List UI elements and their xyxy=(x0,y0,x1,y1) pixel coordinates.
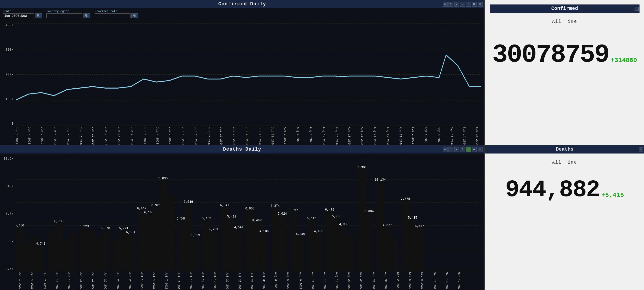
svg-rect-71 xyxy=(146,215,152,271)
svg-text:Aug 3 2020: Aug 3 2020 xyxy=(274,272,278,290)
province-label: ProvinceState xyxy=(95,10,138,13)
svg-text:Jul 19 2020: Jul 19 2020 xyxy=(220,127,223,145)
svg-text:Aug 18 2020: Aug 18 2020 xyxy=(348,127,351,145)
header-icons: ⚙ i ★ 0 ✓ ▦ ≡ xyxy=(443,2,482,7)
deaths-star-icon[interactable]: ★ xyxy=(454,147,459,152)
svg-text:Aug 6 2020: Aug 6 2020 xyxy=(286,272,290,290)
info-icon[interactable]: i xyxy=(448,2,454,7)
svg-rect-57 xyxy=(70,234,76,271)
svg-text:Aug 21 2020: Aug 21 2020 xyxy=(347,272,351,290)
confirmed-chart-area: 400k 300k 200k 100k 0 Jun 1 2020 xyxy=(0,20,484,145)
svg-text:Jul 4 2020: Jul 4 2020 xyxy=(152,272,156,290)
svg-text:Aug 9 2020: Aug 9 2020 xyxy=(309,127,312,144)
svg-rect-132 xyxy=(416,228,423,271)
grid-icon[interactable]: ▦ xyxy=(472,2,477,7)
svg-rect-112 xyxy=(326,212,333,271)
svg-text:6,923: 6,923 xyxy=(151,204,160,207)
svg-text:Jul 16 2020: Jul 16 2020 xyxy=(201,272,204,290)
svg-text:4,742: 4,742 xyxy=(36,242,45,245)
svg-rect-75 xyxy=(160,181,166,271)
svg-rect-60 xyxy=(88,230,95,271)
deaths-settings-icon[interactable]: ⚙ xyxy=(443,147,448,152)
svg-text:Sep 2 2020: Sep 2 2020 xyxy=(396,272,400,290)
svg-text:Jun 19 2020: Jun 19 2020 xyxy=(92,127,95,145)
svg-text:Jun 7 2020: Jun 7 2020 xyxy=(40,127,44,144)
svg-text:Jul 10 2020: Jul 10 2020 xyxy=(181,127,184,145)
deaths-subtitle: All Time xyxy=(552,160,577,165)
svg-text:Jun 4 2020: Jun 4 2020 xyxy=(28,127,31,144)
svg-rect-56 xyxy=(62,240,69,271)
svg-rect-80 xyxy=(185,204,192,271)
svg-text:Aug 21 2020: Aug 21 2020 xyxy=(360,127,364,145)
svg-text:3,659: 3,659 xyxy=(191,234,200,237)
svg-text:Aug 9 2020: Aug 9 2020 xyxy=(299,272,302,290)
deaths-value: 944,882 xyxy=(506,178,600,202)
month-input[interactable] xyxy=(3,13,34,18)
svg-text:Jul 1 2020: Jul 1 2020 xyxy=(140,272,144,290)
deaths-list-icon[interactable]: ≡ xyxy=(478,147,482,152)
svg-text:Jul 31 2020: Jul 31 2020 xyxy=(271,127,274,145)
month-filter: Month 🔍 xyxy=(3,10,42,18)
svg-text:Jun 10 2020: Jun 10 2020 xyxy=(53,127,56,145)
zero-icon[interactable]: 0 xyxy=(460,2,465,7)
deaths-maximize-icon[interactable]: □ xyxy=(639,147,643,151)
svg-rect-121 xyxy=(366,213,372,271)
country-input[interactable] xyxy=(46,13,82,18)
svg-text:4,647: 4,647 xyxy=(415,224,424,228)
svg-text:Sep 11 2020: Sep 11 2020 xyxy=(450,127,453,145)
svg-text:5,349: 5,349 xyxy=(252,218,262,222)
svg-text:Jul 31 2020: Jul 31 2020 xyxy=(262,272,266,290)
svg-rect-108 xyxy=(308,221,315,271)
maximize-icon[interactable]: □ xyxy=(634,7,638,11)
svg-text:Jun 16 2020: Jun 16 2020 xyxy=(79,127,82,145)
deaths-grid-icon[interactable]: ▦ xyxy=(472,147,477,152)
deaths-stat-header: Deaths □ xyxy=(485,145,644,153)
list-icon[interactable]: ≡ xyxy=(478,2,482,7)
svg-text:Jul 16 2020: Jul 16 2020 xyxy=(207,127,210,145)
svg-rect-118 xyxy=(348,237,354,271)
svg-text:5,410: 5,410 xyxy=(227,215,236,218)
svg-text:Aug 30 2020: Aug 30 2020 xyxy=(384,272,387,290)
month-search-btn[interactable]: 🔍 xyxy=(35,13,42,18)
svg-text:Jun 7 2020: Jun 7 2020 xyxy=(43,272,46,290)
svg-text:4,939: 4,939 xyxy=(339,222,348,226)
svg-text:5,483: 5,483 xyxy=(202,217,211,220)
svg-text:Jul 7 2020: Jul 7 2020 xyxy=(168,127,172,144)
deaths-check-icon[interactable]: ✓ xyxy=(466,147,471,152)
check-icon[interactable]: ✓ xyxy=(466,2,471,7)
deaths-daily-panel: Deaths Daily ⚙ i ★ 0 ✓ ▦ ≡ 12.5k 10k 7.5… xyxy=(0,145,485,290)
svg-rect-102 xyxy=(279,216,286,271)
svg-text:4,877: 4,877 xyxy=(382,223,392,227)
svg-rect-78 xyxy=(178,221,184,271)
settings-icon[interactable]: ⚙ xyxy=(443,2,448,7)
svg-rect-86 xyxy=(210,232,217,271)
svg-rect-127 xyxy=(391,238,398,271)
svg-text:Jun 13 2020: Jun 13 2020 xyxy=(66,127,69,145)
svg-rect-54 xyxy=(56,224,62,271)
deaths-info-icon[interactable]: i xyxy=(448,147,454,152)
confirmed-line-chart xyxy=(16,23,481,126)
star-icon[interactable]: ★ xyxy=(454,2,459,7)
svg-text:4,541: 4,541 xyxy=(234,225,243,229)
svg-text:6,397: 6,397 xyxy=(288,209,298,212)
confirmed-stat-header: Confirmed □ xyxy=(490,4,640,13)
svg-rect-82 xyxy=(192,238,199,271)
deaths-zero-icon[interactable]: 0 xyxy=(460,147,465,152)
svg-rect-119 xyxy=(359,170,366,271)
svg-text:Aug 24 2020: Aug 24 2020 xyxy=(373,127,376,145)
province-search-btn[interactable]: 🔍 xyxy=(132,13,138,18)
svg-rect-50 xyxy=(30,236,37,271)
svg-text:Sep 5 2020: Sep 5 2020 xyxy=(424,127,428,144)
svg-text:Sep 17 2020: Sep 17 2020 xyxy=(476,127,479,145)
svg-text:Jun 22 2020: Jun 22 2020 xyxy=(104,127,108,145)
deaths-daily-title: Deaths Daily xyxy=(223,146,261,152)
svg-text:6,304: 6,304 xyxy=(364,209,374,213)
svg-text:Jun 28 2020: Jun 28 2020 xyxy=(130,127,133,145)
filter-bar: Month 🔍 CountryRegion 🔍 ProvinceState 🔍 xyxy=(0,8,484,20)
svg-rect-125 xyxy=(384,227,390,271)
country-search-btn[interactable]: 🔍 xyxy=(83,13,90,18)
province-input[interactable] xyxy=(95,13,130,18)
svg-text:4,188: 4,188 xyxy=(260,229,269,233)
svg-text:6,874: 6,874 xyxy=(270,204,280,208)
svg-text:6,608: 6,608 xyxy=(245,207,254,210)
